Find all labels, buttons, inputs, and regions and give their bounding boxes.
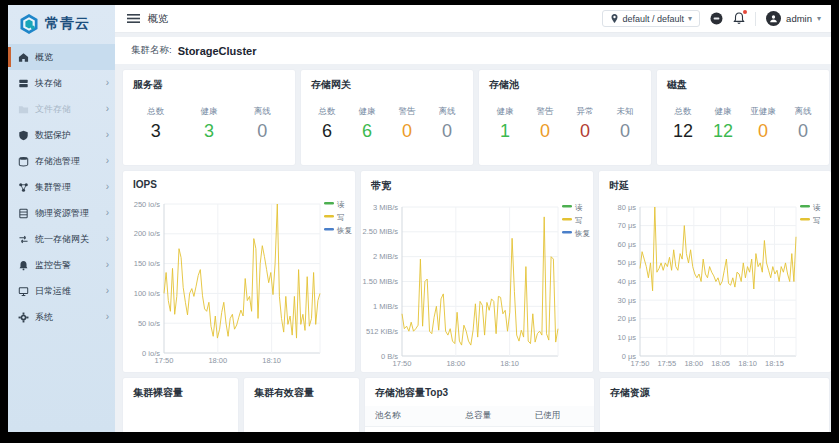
svg-text:10 μs: 10 μs xyxy=(618,333,637,342)
svg-text:18:15: 18:15 xyxy=(765,359,784,368)
avatar xyxy=(766,11,781,26)
legend-swatch xyxy=(562,231,572,234)
legend-label: 读 xyxy=(813,203,821,212)
stat-label: 健康 xyxy=(709,106,737,118)
table-cell: 3.20 TiB xyxy=(525,427,594,433)
stat-value: 0 xyxy=(571,121,599,142)
sidebar-item-pool-management[interactable]: 存储池管理› xyxy=(8,148,115,174)
stat-value: 0 xyxy=(248,121,276,142)
svg-text:1 MiB/s: 1 MiB/s xyxy=(373,302,398,311)
chart-title: IOPS xyxy=(123,171,355,194)
stat-label: 未知 xyxy=(611,106,639,118)
svg-text:50 μs: 50 μs xyxy=(618,258,637,267)
table-header: 总容量 xyxy=(455,406,524,427)
sidebar-item-file-storage[interactable]: 文件存储› xyxy=(8,96,115,122)
stat-label: 异常 xyxy=(571,106,599,118)
card-title: 存储池 xyxy=(479,70,651,96)
notification-badge-dot xyxy=(743,10,747,14)
table-header: 池名称 xyxy=(365,406,455,427)
svg-text:17:55: 17:55 xyxy=(657,359,676,368)
stats-row: 服务器总数3健康3离线0存储网关总数6健康6警告0离线0存储池健康1警告0异常0… xyxy=(123,70,829,165)
user-menu[interactable]: admin ▾ xyxy=(766,11,821,26)
sidebar-item-label: 存储池管理 xyxy=(35,155,80,168)
chevron-down-icon: ▾ xyxy=(817,14,821,23)
svg-text:80 μs: 80 μs xyxy=(618,203,637,212)
content: 服务器总数3健康3离线0存储网关总数6健康6警告0离线0存储池健康1警告0异常0… xyxy=(115,64,831,432)
storage-resources-card: 存储资源 xyxy=(600,378,829,432)
sidebar-item-label: 监控告警 xyxy=(35,259,71,272)
stat-value: 3 xyxy=(195,121,223,142)
sidebar-item-label: 块存储 xyxy=(35,77,62,90)
tasks-icon[interactable] xyxy=(710,12,723,25)
sidebar-item-block-storage[interactable]: 块存储› xyxy=(8,70,115,96)
cluster-name-bar: 集群名称: StorageCluster xyxy=(115,37,831,64)
cluster-icon xyxy=(18,182,29,193)
sidebar-item-overview[interactable]: 概览 xyxy=(8,44,115,70)
stat-metric: 总数12 xyxy=(669,106,697,142)
stat-label: 健康 xyxy=(491,106,519,118)
main-area: 概览 default / default ▾ xyxy=(115,5,831,432)
sidebar-item-physical-resources[interactable]: 物理资源管理› xyxy=(8,200,115,226)
legend-swatch xyxy=(800,205,810,208)
sidebar-item-unified-gateway[interactable]: 统一存储网关› xyxy=(8,226,115,252)
iops-chart-card: IOPS0 io/s50 io/s100 io/s150 io/s200 io/… xyxy=(123,171,355,372)
stat-card-pools: 存储池健康1警告0异常0未知0 xyxy=(479,70,651,165)
svg-text:20 μs: 20 μs xyxy=(618,314,637,323)
svg-text:17:50: 17:50 xyxy=(631,359,650,368)
stat-metric: 离线0 xyxy=(789,106,817,142)
table-row[interactable]: StoragePool43.7 TiB3.20 TiB xyxy=(365,427,594,433)
svg-text:17:50: 17:50 xyxy=(393,359,412,368)
raw-capacity-card: 集群裸容量 xyxy=(123,378,238,432)
sidebar-nav: 概览块存储›文件存储›数据保护›存储池管理›集群管理›物理资源管理›统一存储网关… xyxy=(8,44,115,330)
logo: 常青云 xyxy=(8,5,115,44)
sidebar: 常青云 概览块存储›文件存储›数据保护›存储池管理›集群管理›物理资源管理›统一… xyxy=(8,5,115,432)
card-title: 存储网关 xyxy=(301,70,473,96)
sidebar-item-system[interactable]: 系统› xyxy=(8,304,115,330)
stat-card-disks: 磁盘总数12健康12亚健康0离线0 xyxy=(657,70,829,165)
sidebar-item-label: 文件存储 xyxy=(35,103,71,116)
legend-label: 恢复 xyxy=(574,229,591,238)
chevron-right-icon: › xyxy=(106,130,109,140)
data-protection-icon xyxy=(18,130,29,141)
legend-label: 恢复 xyxy=(336,226,353,235)
sidebar-collapse-icon[interactable] xyxy=(127,13,140,24)
cluster-selector[interactable]: default / default ▾ xyxy=(602,10,701,27)
sidebar-item-data-protection[interactable]: 数据保护› xyxy=(8,122,115,148)
sidebar-item-daily-ops[interactable]: 日常运维› xyxy=(8,278,115,304)
cluster-name-value: StorageCluster xyxy=(178,45,257,57)
latency-chart-card: 时延0 μs10 μs20 μs30 μs40 μs50 μs60 μs70 μ… xyxy=(599,171,831,372)
svg-text:18:00: 18:00 xyxy=(446,359,465,368)
card-title: 存储池容量Top3 xyxy=(365,378,594,404)
notifications-icon[interactable] xyxy=(733,12,745,25)
svg-text:100 io/s: 100 io/s xyxy=(134,289,161,298)
svg-text:3 MiB/s: 3 MiB/s xyxy=(373,203,398,212)
stat-value: 0 xyxy=(531,121,559,142)
username: admin xyxy=(786,13,812,24)
svg-text:18:00: 18:00 xyxy=(684,359,703,368)
chevron-right-icon: › xyxy=(106,286,109,296)
server-icon xyxy=(18,208,29,219)
card-title: 存储资源 xyxy=(600,378,829,404)
logo-icon xyxy=(18,13,40,35)
svg-text:18:10: 18:10 xyxy=(500,359,519,368)
stat-metric: 健康3 xyxy=(195,106,223,142)
stat-metric: 总数6 xyxy=(313,106,341,142)
legend-swatch xyxy=(324,228,334,231)
table-cell: 43.7 TiB xyxy=(455,427,524,433)
legend-swatch xyxy=(324,202,334,205)
svg-text:2.50 MiB/s: 2.50 MiB/s xyxy=(363,227,399,236)
block-storage-icon xyxy=(18,78,29,89)
stat-value: 0 xyxy=(749,121,777,142)
stat-label: 亚健康 xyxy=(749,106,777,118)
sidebar-item-label: 物理资源管理 xyxy=(35,207,89,220)
card-title: 磁盘 xyxy=(657,70,829,96)
home-icon xyxy=(18,52,29,63)
stat-value: 1 xyxy=(491,121,519,142)
chevron-down-icon: ▾ xyxy=(688,14,692,23)
sidebar-item-monitoring-alerts[interactable]: 监控告警› xyxy=(8,252,115,278)
sidebar-item-cluster-management[interactable]: 集群管理› xyxy=(8,174,115,200)
stat-value: 6 xyxy=(313,121,341,142)
stat-value: 12 xyxy=(709,121,737,142)
stat-label: 离线 xyxy=(789,106,817,118)
stat-label: 警告 xyxy=(531,106,559,118)
